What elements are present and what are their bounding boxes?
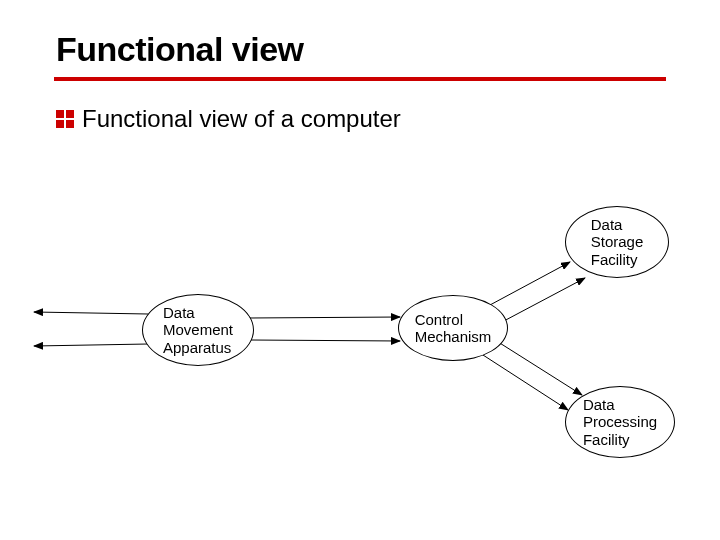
functional-view-diagram: DataStorageFacility DataMovementApparatu… <box>0 200 720 520</box>
svg-line-1 <box>34 344 148 346</box>
bullet-text: Functional view of a computer <box>82 105 401 133</box>
svg-line-7 <box>483 355 568 410</box>
bullet-four-squares-icon <box>56 110 74 128</box>
node-data-movement-label: DataMovementApparatus <box>163 304 233 356</box>
svg-line-4 <box>490 262 570 305</box>
svg-line-5 <box>502 278 585 322</box>
title-divider <box>54 77 666 81</box>
svg-line-3 <box>250 340 400 341</box>
node-data-processing-label: DataProcessingFacility <box>583 396 657 448</box>
node-control-mechanism-label: ControlMechanism <box>415 311 492 346</box>
node-data-processing: DataProcessingFacility <box>565 386 675 458</box>
node-control-mechanism: ControlMechanism <box>398 295 508 361</box>
node-data-movement: DataMovementApparatus <box>142 294 254 366</box>
node-data-storage: DataStorageFacility <box>565 206 669 278</box>
bullet-item: Functional view of a computer <box>56 105 680 133</box>
slide-title: Functional view <box>56 30 680 69</box>
svg-line-6 <box>495 340 582 395</box>
svg-line-2 <box>250 317 400 318</box>
node-data-storage-label: DataStorageFacility <box>591 216 644 268</box>
svg-line-0 <box>34 312 148 314</box>
